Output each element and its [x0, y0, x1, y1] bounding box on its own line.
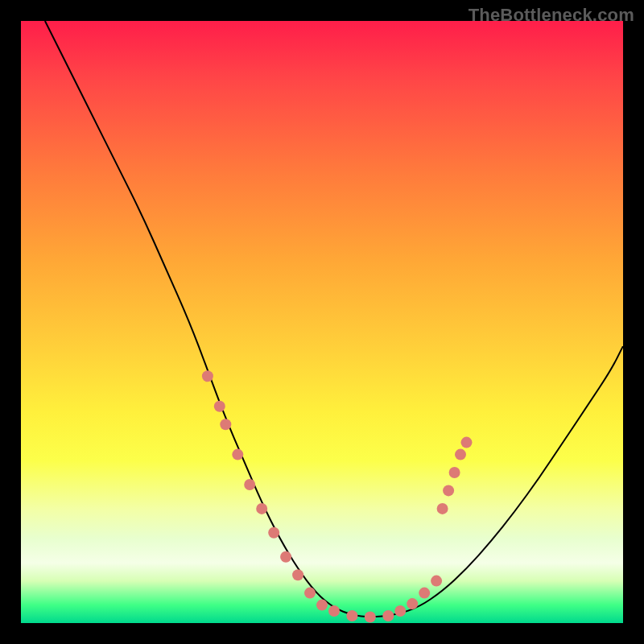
marker-group [202, 370, 473, 622]
marker-dot [280, 551, 291, 563]
marker-dot [449, 467, 460, 478]
marker-dot [419, 588, 430, 599]
marker-dot [443, 485, 454, 496]
marker-dot [220, 419, 231, 430]
chart-frame [21, 21, 623, 623]
marker-dot [461, 437, 473, 448]
marker-dot [328, 605, 340, 617]
marker-dot [268, 527, 279, 539]
marker-dot [232, 449, 243, 460]
marker-dot [346, 610, 357, 621]
marker-dot [316, 600, 328, 611]
marker-dot [365, 612, 376, 623]
marker-dot [244, 479, 255, 490]
bottleneck-curve [45, 21, 623, 617]
marker-dot [455, 449, 466, 460]
watermark-text: TheBottleneck.com [469, 5, 634, 26]
marker-dot [437, 503, 448, 514]
marker-dot [407, 598, 418, 609]
marker-dot [382, 610, 394, 621]
marker-dot [292, 569, 303, 580]
marker-dot [256, 503, 267, 514]
marker-dot [214, 401, 225, 412]
marker-dot [394, 605, 406, 617]
marker-dot [431, 576, 442, 587]
marker-dot [202, 370, 213, 382]
bottleneck-chart [21, 21, 623, 623]
marker-dot [304, 588, 316, 599]
